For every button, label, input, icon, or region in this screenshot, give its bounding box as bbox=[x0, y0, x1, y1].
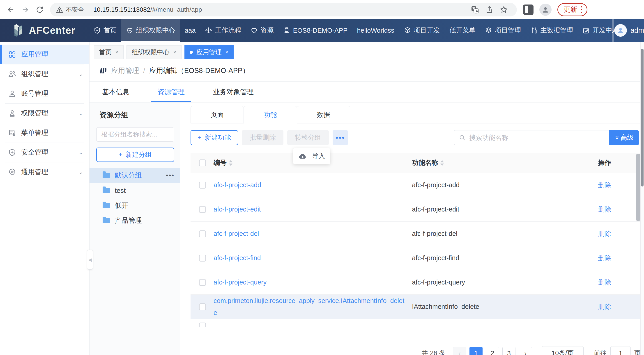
general-gear-icon bbox=[8, 168, 16, 176]
group-more-icon[interactable]: ••• bbox=[166, 172, 174, 179]
chevron-down-icon: ⌄ bbox=[78, 149, 83, 156]
delete-link[interactable]: 删除 bbox=[598, 230, 611, 237]
sidebar-item-4[interactable]: 菜单管理 bbox=[0, 123, 89, 143]
group-item-3[interactable]: 产品管理 bbox=[90, 213, 180, 228]
group-item-0[interactable]: 默认分组••• bbox=[90, 168, 180, 183]
reload-icon[interactable] bbox=[32, 2, 47, 17]
delete-link[interactable]: 删除 bbox=[598, 279, 611, 286]
nav-item-7[interactable]: 项目开发 bbox=[399, 19, 445, 42]
delete-link[interactable]: 删除 bbox=[598, 206, 611, 213]
more-actions-button[interactable]: ••• bbox=[332, 130, 348, 145]
function-search-input[interactable] bbox=[469, 134, 604, 141]
nav-item-2[interactable]: aaa bbox=[180, 19, 200, 42]
resource-tab-1[interactable]: 功能 bbox=[244, 106, 297, 123]
nav-item-6[interactable]: helloWorldss bbox=[352, 19, 399, 42]
group-item-1[interactable]: test bbox=[90, 183, 180, 198]
sort-icon[interactable] bbox=[229, 160, 232, 166]
tab-0[interactable]: 基本信息 bbox=[102, 81, 129, 102]
close-icon[interactable]: × bbox=[173, 49, 176, 55]
row-checkbox[interactable] bbox=[199, 279, 206, 286]
advanced-search-button[interactable]: « 高级 bbox=[609, 130, 639, 145]
share-icon[interactable] bbox=[482, 2, 496, 17]
url-bar[interactable]: 不安全 10.15.15.151:13082/#/menu_auth/app bbox=[50, 3, 517, 16]
dev-edit-icon bbox=[583, 27, 590, 34]
sort-icon[interactable] bbox=[440, 160, 444, 166]
translate-icon[interactable] bbox=[468, 2, 482, 17]
sidebar-item-3[interactable]: 权限管理⌄ bbox=[0, 103, 89, 123]
goto-page-input[interactable] bbox=[610, 346, 631, 355]
page-button-2[interactable]: 2 bbox=[486, 347, 499, 355]
resource-tab-0[interactable]: 页面 bbox=[190, 106, 244, 123]
browser-menu-icon[interactable] bbox=[581, 6, 582, 13]
side-panel-icon[interactable] bbox=[523, 4, 534, 15]
transfer-group-button[interactable]: 转移分组 bbox=[287, 130, 329, 145]
function-id-link[interactable]: afc-f-project-edit bbox=[214, 206, 261, 213]
select-all-checkbox[interactable] bbox=[199, 159, 206, 166]
page-scrollbar[interactable] bbox=[641, 49, 644, 187]
function-id-link[interactable]: com.primeton.liujie.resource_apply_servi… bbox=[214, 297, 404, 316]
nav-scroll-right-icon[interactable]: › bbox=[612, 19, 614, 42]
new-function-button[interactable]: + 新建功能 bbox=[190, 130, 238, 145]
function-id-link[interactable]: afc-f-project-del bbox=[214, 230, 259, 237]
function-search-box[interactable] bbox=[454, 130, 609, 145]
grid-icon bbox=[8, 50, 16, 58]
import-menu-item[interactable]: 导入 bbox=[293, 148, 330, 164]
nav-item-4[interactable]: 资源 bbox=[246, 19, 278, 42]
nav-item-0[interactable]: 首页 bbox=[89, 19, 121, 42]
delete-link[interactable]: 删除 bbox=[598, 303, 611, 310]
group-search-input[interactable] bbox=[96, 127, 174, 142]
nav-item-1[interactable]: 组织权限中心 bbox=[121, 19, 180, 42]
sidebar-item-0[interactable]: 应用管理 bbox=[0, 45, 89, 64]
nav-item-10[interactable]: 主数据管理 bbox=[526, 19, 578, 42]
tab-chip-0[interactable]: 首页× bbox=[94, 45, 124, 59]
row-checkbox[interactable] bbox=[199, 255, 206, 262]
nav-item-11[interactable]: 开发中 bbox=[578, 19, 612, 42]
active-dot-icon bbox=[190, 51, 193, 54]
user-menu[interactable]: admin ⌄ bbox=[614, 19, 644, 42]
next-page-button[interactable]: › bbox=[519, 347, 532, 355]
function-id-link[interactable]: afc-f-project-find bbox=[214, 254, 261, 262]
close-icon[interactable]: × bbox=[115, 49, 118, 55]
sidebar-item-1[interactable]: 组织管理⌄ bbox=[0, 64, 89, 84]
resource-tab-2[interactable]: 数据 bbox=[297, 106, 350, 123]
function-id-link[interactable]: afc-f-project-add bbox=[214, 181, 261, 189]
table-scrollbar[interactable] bbox=[636, 154, 640, 221]
resource-group-panel: 资源分组 + 新建分组 默认分组•••test低开产品管理 ◀ bbox=[90, 102, 180, 355]
new-group-button[interactable]: + 新建分组 bbox=[96, 148, 174, 162]
row-checkbox[interactable] bbox=[199, 206, 206, 213]
sidebar-item-6[interactable]: 通用管理⌄ bbox=[0, 162, 89, 182]
row-checkbox[interactable] bbox=[199, 182, 206, 189]
batch-delete-button[interactable]: 批量删除 bbox=[242, 130, 284, 145]
function-name: afc-f-project-query bbox=[412, 279, 567, 286]
function-id-link[interactable]: afc-f-project-query bbox=[214, 279, 266, 286]
tab-chip-2[interactable]: 应用管理× bbox=[184, 45, 234, 59]
forward-icon[interactable] bbox=[18, 2, 32, 17]
tab-2[interactable]: 业务对象管理 bbox=[213, 81, 254, 102]
bookmark-star-icon[interactable] bbox=[496, 2, 511, 17]
page-button-1[interactable]: 1 bbox=[470, 347, 482, 355]
nav-item-5[interactable]: EOS8-DEMO-APP bbox=[278, 19, 352, 42]
delete-link[interactable]: 删除 bbox=[598, 254, 611, 262]
prev-page-button[interactable]: ‹ bbox=[453, 347, 466, 355]
row-checkbox[interactable] bbox=[199, 230, 206, 237]
delete-link[interactable]: 删除 bbox=[598, 181, 611, 189]
close-icon[interactable]: × bbox=[225, 49, 228, 55]
back-icon[interactable] bbox=[4, 2, 18, 17]
browser-profile-avatar[interactable] bbox=[539, 3, 552, 16]
nav-item-3[interactable]: 工作流程 bbox=[200, 19, 246, 42]
tab-chip-1[interactable]: 组织权限中心× bbox=[126, 45, 182, 59]
row-checkbox[interactable] bbox=[199, 304, 206, 310]
page-size-select[interactable]: 10条/页 bbox=[542, 346, 584, 355]
browser-update-button[interactable]: 更新 bbox=[558, 3, 588, 16]
breadcrumb-parent[interactable]: 应用管理 bbox=[111, 66, 139, 75]
group-item-2[interactable]: 低开 bbox=[90, 198, 180, 213]
sidebar-item-5[interactable]: 安全管理⌄ bbox=[0, 143, 89, 162]
sidebar-item-2[interactable]: 账号管理 bbox=[0, 84, 89, 103]
nav-item-9[interactable]: 项目管理 bbox=[480, 19, 526, 42]
row-checkbox[interactable] bbox=[199, 323, 206, 327]
tab-1[interactable]: 资源管理 bbox=[158, 81, 185, 102]
nav-item-8[interactable]: 低开菜单 bbox=[445, 19, 480, 42]
page-button-3[interactable]: 3 bbox=[502, 347, 516, 355]
brand: AFCenter bbox=[0, 19, 89, 42]
collapse-panel-handle[interactable]: ◀ bbox=[87, 250, 93, 270]
